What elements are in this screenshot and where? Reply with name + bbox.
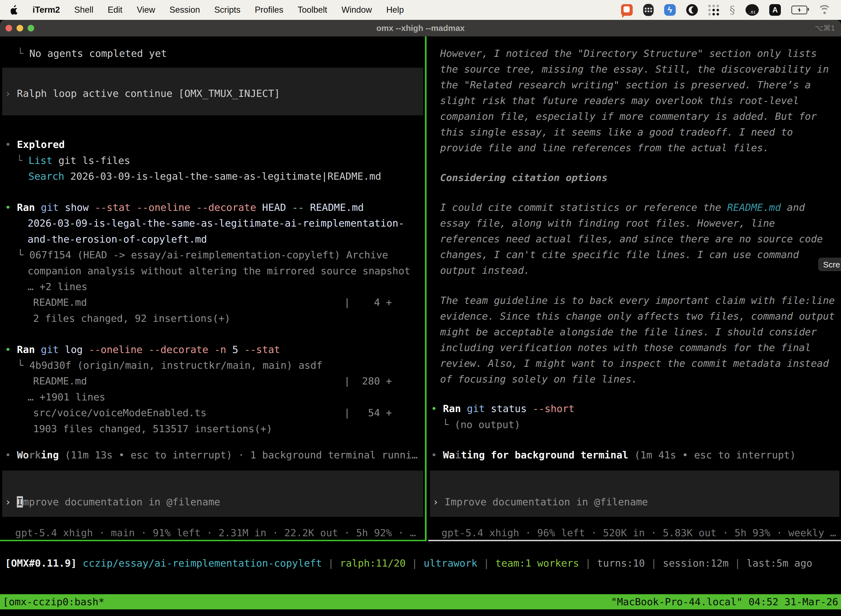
dash-sep: -- [286, 202, 304, 213]
bullet: • [431, 403, 443, 414]
menu-item-iterm2[interactable]: iTerm2 [32, 5, 60, 15]
menu-item-scripts[interactable]: Scripts [214, 5, 240, 15]
reasoning-line: I could cite commit statistics or refere… [440, 199, 805, 215]
terminal: └ No agents completed yet › Ralph loop a… [0, 37, 841, 616]
diffstat-summary: 2 files changed, 92 insertions(+) [33, 311, 230, 326]
reasoning-line: evidence. Since this change only affects… [440, 308, 835, 324]
list-arg: git ls-files [53, 155, 130, 166]
prompt-chevron: › [5, 496, 17, 507]
explored-header: • Explored [5, 136, 65, 153]
head-ref: HEAD [256, 202, 286, 213]
tree-glyph: └ [16, 155, 28, 166]
dots-grid-icon[interactable] [708, 5, 719, 15]
screen: iTerm2 Shell Edit View Session Scripts P… [0, 0, 841, 616]
menu-item-view[interactable]: View [137, 5, 155, 15]
window-title-bar: omx --xhigh --madmax ⌥⌘1 [0, 20, 841, 37]
waiting-detail: (1m 41s • esc to interrupt) [628, 449, 796, 461]
git-status-command: • Ran git status --short [431, 401, 574, 417]
battery-icon[interactable] [791, 6, 807, 14]
reasoning-line: might be acceptable alongside the file l… [440, 324, 817, 340]
prompt-chevron: › [433, 496, 444, 507]
reasoning-line: changes, I can't cite specific file line… [440, 247, 799, 263]
reasoning-line: essay file, along with finding root file… [440, 215, 775, 231]
badge-61-icon[interactable]: ..61 [746, 4, 759, 16]
session-status-right: gpt-5.4 xhigh · 96% left · 520K in · 5.8… [441, 525, 836, 541]
reasoning-line: The team guideline is to back every impo… [440, 293, 835, 308]
screen-tooltip: Scre [818, 258, 841, 271]
waiting-shimmer: Wa [443, 449, 455, 461]
shield-app-icon[interactable] [643, 4, 653, 16]
bullet: • [5, 139, 17, 150]
menu-item-help[interactable]: Help [386, 5, 404, 15]
prompt-text: mprove documentation in @filename [23, 496, 220, 507]
reasoning-line: However, I noticed the "Directory Struct… [440, 45, 817, 61]
window-title: omx --xhigh --madmax [0, 23, 841, 33]
separator: | [322, 557, 340, 569]
readme-link[interactable]: README.md [727, 202, 781, 213]
bolt-app-icon[interactable]: ϟ [664, 4, 676, 16]
text-cursor: I [17, 496, 23, 507]
output-ellipsis: … +1901 lines [28, 389, 105, 405]
subcommand: status [485, 403, 527, 414]
input-source-a-icon[interactable]: A [769, 4, 781, 16]
menu-item-session[interactable]: Session [169, 5, 200, 15]
command-continuation: 2026-03-09-is-legal-the-same-as-legitima… [28, 215, 404, 231]
explored-title: Explored [17, 139, 64, 150]
menu-item-toolbelt[interactable]: Toolbelt [298, 5, 327, 15]
omx-version: [OMX#0.11.9] [5, 557, 77, 569]
inject-line: › Ralph loop active continue [OMX_TMUX_I… [5, 85, 280, 101]
reasoning-text: I could cite commit statistics or refere… [440, 202, 727, 213]
menu-item-edit[interactable]: Edit [108, 5, 122, 15]
ultrawork-badge: ultrawork [423, 557, 477, 569]
subcommand: show [59, 202, 89, 213]
separator: | [477, 557, 495, 569]
chat-app-icon[interactable] [621, 4, 633, 16]
working-shimmer: ing [41, 449, 59, 461]
bullet: • [5, 202, 17, 213]
menu-item-profiles[interactable]: Profiles [255, 5, 283, 15]
prompt-input-left[interactable] [2, 471, 423, 517]
bullet: • [5, 449, 17, 461]
command-output: └ (no output) [442, 417, 520, 433]
ran-label: Ran [443, 403, 461, 414]
prompt-line-left[interactable]: › Improve documentation in @filename [5, 494, 220, 510]
diffstat-row: src/voice/voiceModeEnabled.ts | 54 + [33, 405, 392, 421]
last-activity: last:5m ago [747, 557, 812, 569]
separator: | [729, 557, 747, 569]
waiting-status: • Waiting for background terminal (1m 41… [431, 447, 796, 463]
menu-item-window[interactable]: Window [341, 5, 372, 15]
wifi-icon[interactable] [818, 5, 831, 15]
tmux-host-clock: "MacBook-Pro-44.local" 04:52 31-Mar-26 [611, 594, 838, 610]
working-shimmer: rk [29, 449, 41, 461]
separator: | [645, 557, 663, 569]
reasoning-line: provide file and line references from th… [440, 140, 769, 155]
file-arg: README.md [304, 202, 364, 213]
menu-status-icons: ϟ § ..61 A [621, 4, 831, 16]
pane-left: └ No agents completed yet › Ralph loop a… [0, 37, 425, 541]
prompt-input-right[interactable] [430, 471, 840, 517]
apple-icon[interactable] [10, 5, 18, 15]
reasoning-line: output instead. [440, 263, 530, 278]
menu-item-shell[interactable]: Shell [74, 5, 93, 15]
tmux-window-name[interactable]: [omx-cczip0:bash* [3, 594, 104, 610]
git-token: git [35, 344, 59, 355]
flags: --stat --oneline --decorate [89, 202, 256, 213]
waiting-shimmer: i [455, 449, 461, 461]
separator: | [579, 557, 597, 569]
explored-list-line: └ List git ls-files [16, 153, 130, 168]
reasoning-line: this single essay, it seems like a good … [440, 124, 793, 140]
record-app-icon[interactable] [686, 4, 698, 16]
squiggle-app-icon[interactable]: § [730, 4, 735, 16]
reasoning-line: slight risk that future readers may over… [440, 93, 799, 109]
reasoning-heading: Considering citation options [440, 170, 608, 185]
command-output: companion analysis without altering the … [28, 263, 410, 279]
prompt-line-right[interactable]: › Improve documentation in @filename [433, 494, 648, 510]
reasoning-text: and [781, 202, 805, 213]
diffstat-summary: 1903 files changed, 513517 insertions(+) [33, 421, 273, 437]
reasoning-line: references need actual files, and since … [440, 231, 823, 247]
reasoning-line: the source tree, missing the essay. Stil… [440, 61, 829, 77]
menu-left: iTerm2 Shell Edit View Session Scripts P… [10, 5, 404, 15]
pane-right: However, I noticed the "Directory Struct… [428, 37, 841, 541]
pane-divider[interactable] [425, 37, 426, 541]
output-ellipsis: … +2 lines [28, 279, 88, 295]
